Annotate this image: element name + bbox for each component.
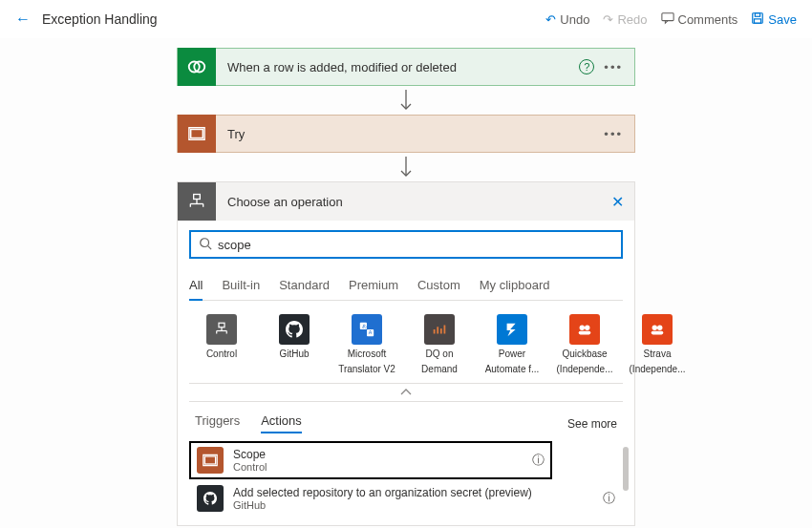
svg-text:A: A bbox=[369, 329, 373, 335]
search-icon bbox=[199, 237, 212, 253]
search-box[interactable] bbox=[189, 230, 623, 259]
save-button[interactable]: Save bbox=[751, 11, 797, 28]
svg-point-32 bbox=[585, 326, 589, 330]
quickbase-icon bbox=[569, 314, 600, 345]
scrollbar-thumb[interactable] bbox=[623, 447, 629, 491]
connector-sublabel: Translator V2 bbox=[338, 364, 395, 375]
translator-icon: あA bbox=[352, 314, 382, 345]
connector-dqondemand[interactable]: DQ on Demand bbox=[411, 314, 468, 375]
svg-text:あ: あ bbox=[362, 323, 367, 328]
more-icon[interactable]: ••• bbox=[604, 127, 623, 141]
help-icon[interactable]: ? bbox=[579, 59, 594, 74]
svg-rect-37 bbox=[204, 456, 215, 464]
flow-arrow bbox=[177, 153, 635, 181]
connector-sublabel: Demand bbox=[411, 364, 468, 375]
svg-rect-10 bbox=[194, 195, 201, 200]
redo-button: ↷ Redo bbox=[603, 12, 647, 27]
search-input[interactable] bbox=[218, 238, 613, 252]
flow-canvas: When a row is added, modified or deleted… bbox=[177, 48, 635, 526]
connector-label: DQ on bbox=[411, 348, 468, 360]
panel-icon bbox=[178, 182, 216, 221]
trigger-card[interactable]: When a row is added, modified or deleted… bbox=[177, 48, 635, 86]
connector-label: Microsoft bbox=[338, 348, 395, 360]
tab-all[interactable]: All bbox=[189, 272, 203, 300]
result-title: Add selected repository to an organizati… bbox=[233, 486, 532, 499]
tab-standard[interactable]: Standard bbox=[279, 272, 330, 300]
svg-rect-36 bbox=[652, 331, 664, 335]
undo-icon: ↶ bbox=[545, 12, 556, 27]
connector-sublabel: (Independe... bbox=[556, 364, 613, 375]
powerautomate-icon bbox=[497, 314, 527, 345]
svg-point-34 bbox=[652, 326, 657, 330]
connector-label: GitHub bbox=[266, 348, 323, 360]
scope-icon bbox=[178, 115, 216, 153]
connector-label: Quickbase bbox=[556, 348, 613, 360]
connector-translator[interactable]: あA Microsoft Translator V2 bbox=[338, 314, 395, 375]
svg-rect-17 bbox=[219, 323, 224, 327]
svg-point-35 bbox=[657, 326, 662, 330]
result-tabs: Triggers Actions See more bbox=[189, 402, 623, 441]
scope-icon bbox=[197, 447, 224, 474]
tab-triggers[interactable]: Triggers bbox=[195, 413, 240, 433]
back-arrow-icon[interactable]: ← bbox=[15, 11, 31, 28]
undo-label: Undo bbox=[560, 12, 589, 27]
try-scope-card[interactable]: Try ••• bbox=[177, 115, 635, 153]
results-list: Scope Control ⓘ Add selected repository … bbox=[189, 441, 623, 525]
svg-rect-0 bbox=[661, 12, 673, 20]
panel-header: Choose an operation ✕ bbox=[178, 182, 634, 221]
github-icon bbox=[197, 485, 224, 512]
comment-icon bbox=[661, 11, 674, 28]
connector-strava[interactable]: Strava (Independe... bbox=[629, 314, 686, 375]
tab-clipboard[interactable]: My clipboard bbox=[480, 272, 550, 300]
connector-github[interactable]: GitHub bbox=[266, 314, 323, 375]
svg-rect-29 bbox=[444, 326, 446, 334]
flow-title: Exception Handling bbox=[42, 11, 158, 27]
comments-label: Comments bbox=[678, 12, 738, 27]
svg-rect-7 bbox=[191, 130, 203, 138]
svg-point-31 bbox=[580, 326, 585, 330]
info-icon[interactable]: ⓘ bbox=[532, 452, 545, 469]
strava-icon bbox=[642, 314, 673, 345]
category-tabs: All Built-in Standard Premium Custom My … bbox=[189, 272, 623, 301]
connector-sublabel: Automate f... bbox=[483, 364, 541, 375]
trigger-title: When a row is added, modified or deleted bbox=[216, 60, 579, 74]
connector-label: Power bbox=[483, 348, 541, 360]
connector-grid: Control GitHub あA Microsoft Translator V… bbox=[189, 301, 623, 383]
dataverse-icon bbox=[178, 48, 216, 86]
undo-button[interactable]: ↶ Undo bbox=[545, 12, 589, 27]
svg-marker-30 bbox=[507, 324, 516, 337]
connector-control[interactable]: Control bbox=[193, 314, 250, 375]
see-more-link[interactable]: See more bbox=[567, 417, 617, 431]
redo-icon: ↷ bbox=[603, 12, 613, 27]
result-github-secret[interactable]: Add selected repository to an organizati… bbox=[189, 479, 623, 517]
info-icon[interactable]: ⓘ bbox=[603, 490, 615, 507]
scrollbar[interactable] bbox=[621, 441, 629, 525]
svg-rect-28 bbox=[440, 328, 442, 333]
connector-quickbase[interactable]: Quickbase (Independe... bbox=[556, 314, 613, 375]
github-icon bbox=[279, 314, 310, 345]
collapse-toggle[interactable] bbox=[189, 383, 623, 402]
tab-actions[interactable]: Actions bbox=[261, 413, 302, 433]
dq-icon bbox=[424, 314, 455, 345]
svg-rect-33 bbox=[579, 331, 591, 335]
connector-label: Control bbox=[193, 348, 250, 360]
result-scope[interactable]: Scope Control ⓘ bbox=[189, 441, 552, 479]
tab-builtin[interactable]: Built-in bbox=[222, 272, 260, 300]
try-title: Try bbox=[216, 127, 604, 141]
svg-rect-2 bbox=[756, 12, 760, 16]
connector-powerautomate[interactable]: Power Automate f... bbox=[483, 314, 541, 375]
control-icon bbox=[206, 314, 237, 345]
comments-button[interactable]: Comments bbox=[661, 11, 738, 28]
redo-label: Redo bbox=[617, 12, 647, 27]
more-icon[interactable]: ••• bbox=[604, 60, 623, 74]
svg-rect-27 bbox=[437, 327, 438, 333]
result-subtitle: GitHub bbox=[233, 499, 532, 511]
close-icon[interactable]: ✕ bbox=[600, 193, 634, 211]
operation-picker-panel: Choose an operation ✕ All Built-in Stand… bbox=[177, 181, 635, 526]
svg-line-16 bbox=[208, 245, 212, 249]
tab-premium[interactable]: Premium bbox=[349, 272, 398, 300]
panel-title: Choose an operation bbox=[216, 195, 600, 209]
topbar: ← Exception Handling ↶ Undo ↷ Redo Comme… bbox=[0, 0, 812, 38]
tab-custom[interactable]: Custom bbox=[417, 272, 460, 300]
result-title: Scope bbox=[233, 448, 267, 461]
